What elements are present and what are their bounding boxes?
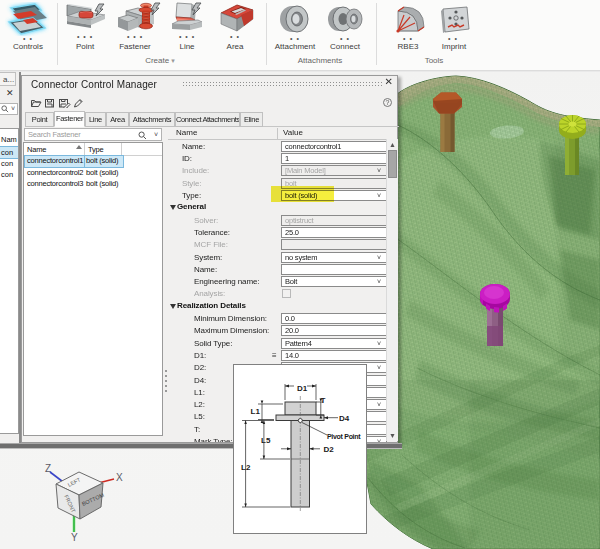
svg-text:Y: Y (71, 532, 78, 543)
svg-text:Pivot Point: Pivot Point (327, 433, 361, 440)
svg-text:T: T (321, 396, 326, 405)
svg-text:D2: D2 (324, 445, 335, 454)
svg-text:L1: L1 (251, 407, 261, 416)
svg-text:X: X (116, 472, 123, 483)
svg-text:L2: L2 (241, 463, 251, 472)
svg-text:D1: D1 (297, 384, 308, 393)
svg-text:L5: L5 (261, 436, 271, 445)
svg-text:D4: D4 (339, 414, 350, 423)
